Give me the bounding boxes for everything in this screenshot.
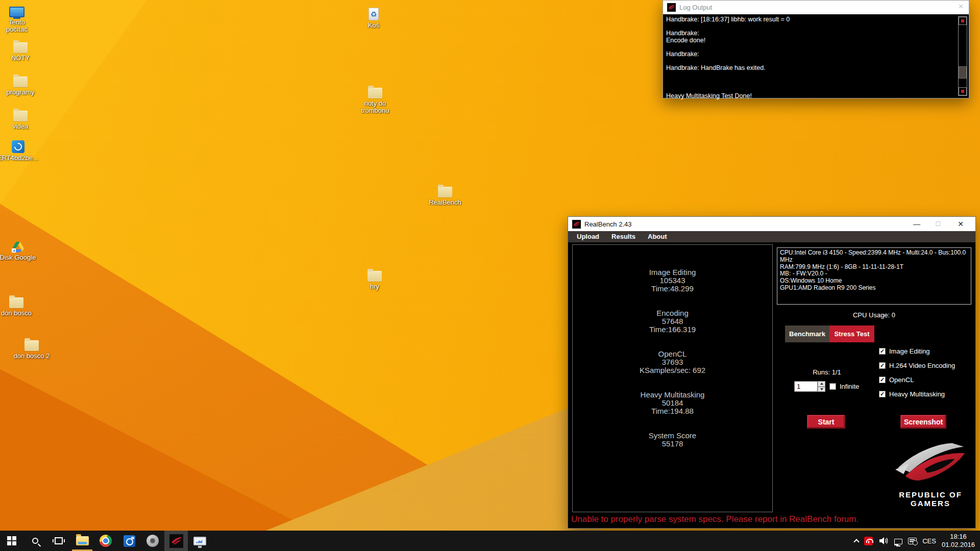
spec-ram: RAM:799.9 MHz (1:6) - 8GB - 11-11-11-28-…	[780, 264, 968, 271]
taskbar-outlook[interactable]	[117, 531, 141, 551]
taskbar-audio-app[interactable]	[141, 531, 164, 551]
rog-logo-icon	[572, 220, 581, 229]
realbench-window: RealBench 2.43 — ☐ ✕ Upload Results Abou…	[568, 216, 976, 529]
taskbar-monitor-app[interactable]	[188, 531, 211, 551]
desktop-icon-recycle-bin[interactable]: ♻ Koš	[354, 5, 393, 29]
file-explorer-icon	[76, 536, 89, 545]
start-button[interactable]: Start	[807, 415, 845, 429]
speaker-app-icon	[146, 535, 159, 547]
minimize-button[interactable]: —	[909, 217, 924, 231]
result-encoding: Encoding 57648 Time:166.319	[573, 309, 772, 334]
taskbar-search-button[interactable]	[23, 531, 47, 551]
spec-mb: MB: - FW:V20.0 -	[780, 270, 968, 278]
log-titlebar[interactable]: Log Output ✕	[663, 1, 969, 14]
desktop-icon-label: Koš	[368, 22, 379, 29]
folder-icon	[24, 336, 39, 351]
log-close-button[interactable]: ✕	[958, 3, 964, 10]
desktop-icon-google-drive[interactable]: Disk Google	[0, 237, 37, 261]
tab-stress-test[interactable]: Stress Test	[829, 325, 874, 342]
log-content: Handbrake: [18:16:37] libhb: work result…	[664, 14, 968, 97]
desktop-icon-this-pc[interactable]: Tento počítač	[0, 2, 36, 33]
log-window-title: Log Output	[679, 4, 712, 11]
checkbox[interactable]: ✓	[879, 362, 886, 369]
windows-logo-icon	[7, 536, 16, 545]
runs-input[interactable]	[794, 381, 818, 392]
runs-stepper[interactable]	[818, 381, 825, 392]
rog-text-line1: REPUBLIC OF	[889, 490, 972, 499]
desktop-icon-don-bosco[interactable]: don bosco	[0, 293, 36, 317]
taskbar-file-explorer[interactable]	[70, 531, 94, 551]
system-specs-box: CPU:Intel Core i3 4150 - Speed:2399.4 MH…	[777, 247, 971, 305]
checkbox-label: Image Editing	[889, 347, 930, 355]
volume-icon[interactable]	[878, 537, 889, 545]
result-heavy-multitasking: Heavy Multitasking 50184 Time:194.88	[573, 391, 772, 415]
checkbox-row-h264[interactable]: ✓ H.264 Video Encoding	[879, 362, 955, 369]
results-panel: Image Editing 105343 Time:48.299 Encodin…	[572, 244, 773, 512]
screenshot-button[interactable]: Screenshot	[900, 415, 946, 429]
desktop-icon-don-bosco-2[interactable]: don bosco 2	[12, 336, 51, 360]
realbench-window-title: RealBench 2.43	[584, 220, 632, 228]
desktop-icon-videa[interactable]: videa	[1, 106, 40, 130]
desktop-icon-hry[interactable]: hry	[355, 266, 394, 290]
checkbox-label: OpenCL	[889, 376, 914, 384]
tray-expand-chevron-icon[interactable]	[854, 539, 860, 544]
log-line: Heavy Multitasking Test Done!	[666, 93, 956, 100]
taskbar-realbench-active[interactable]	[164, 531, 188, 551]
desktop-icon-noty[interactable]: NOTY	[1, 38, 40, 62]
log-scrollbar[interactable]	[958, 16, 967, 96]
rog-logo-icon	[667, 3, 676, 12]
touch-keyboard-icon[interactable]	[908, 538, 917, 544]
checkbox-row-image-editing[interactable]: ✓ Image Editing	[879, 347, 955, 355]
result-name: Encoding	[573, 309, 772, 317]
menu-about[interactable]: About	[642, 231, 673, 242]
language-indicator[interactable]: CES	[922, 537, 936, 545]
log-line: Handbrake: HandBrake has exited.	[666, 65, 956, 72]
desktop-icon-label: NOTY	[11, 55, 30, 62]
log-line	[666, 72, 956, 79]
infinite-option[interactable]: Infinite	[829, 383, 859, 390]
menu-upload[interactable]: Upload	[571, 231, 605, 242]
desktop-icon-noty-do-trombonu[interactable]: noty do trombonu	[356, 83, 395, 114]
checkbox[interactable]: ✓	[879, 348, 886, 355]
close-button[interactable]: ✕	[953, 217, 968, 231]
menu-results[interactable]: Results	[605, 231, 642, 242]
taskbar-clock[interactable]: 18:16 01.02.2016	[942, 533, 975, 549]
taskbar-chrome[interactable]	[94, 531, 117, 551]
avira-antivirus-icon[interactable]	[864, 537, 873, 545]
folder-icon	[368, 83, 382, 98]
folder-icon	[13, 38, 28, 53]
checkbox-row-heavy-multitasking[interactable]: ✓ Heavy Multitasking	[879, 390, 955, 397]
realbench-titlebar[interactable]: RealBench 2.43 — ☐ ✕	[568, 217, 975, 231]
desktop-icon-label: hry	[370, 283, 379, 290]
task-view-button[interactable]	[47, 531, 70, 551]
checkbox-row-opencl[interactable]: ✓ OpenCL	[879, 376, 955, 383]
tab-benchmark[interactable]: Benchmark	[785, 325, 829, 342]
checkbox[interactable]: ✓	[879, 377, 886, 383]
start-button[interactable]	[0, 531, 23, 551]
result-score: 105343	[573, 277, 772, 285]
checkbox-label: Heavy Multitasking	[889, 390, 945, 398]
scroll-thumb[interactable]	[959, 66, 967, 79]
stepper-down-button[interactable]	[818, 387, 825, 392]
desktop-icon-label: RealBench	[429, 199, 461, 206]
desktop-icon-realbench[interactable]: RealBench	[426, 182, 464, 206]
spec-gpu: GPU1:AMD Radeon R9 200 Series	[780, 285, 968, 292]
desktop-icon-label: ERT4bd2be...	[0, 155, 38, 162]
network-icon[interactable]	[894, 539, 902, 544]
this-pc-icon	[9, 2, 24, 17]
rog-text-line2: GAMERS	[889, 499, 972, 508]
scroll-down-button[interactable]	[959, 87, 967, 95]
infinite-checkbox[interactable]	[829, 383, 836, 390]
error-message: Unable to properly parse system specs. P…	[571, 514, 859, 524]
maximize-button[interactable]: ☐	[930, 217, 946, 231]
scroll-up-button[interactable]	[959, 17, 967, 25]
stepper-up-button[interactable]	[818, 381, 825, 387]
runs-label: Runs: 1/1	[791, 368, 863, 376]
desktop-icon-label: don bosco	[1, 310, 32, 317]
result-score: 57648	[573, 317, 772, 325]
desktop-icon-label: noty do trombonu	[361, 100, 389, 114]
checkbox[interactable]: ✓	[879, 391, 886, 397]
desktop-icon-ert-app[interactable]: ERT4bd2be...	[0, 138, 37, 162]
log-line	[666, 79, 956, 86]
desktop-icon-programy[interactable]: programy	[1, 72, 40, 96]
